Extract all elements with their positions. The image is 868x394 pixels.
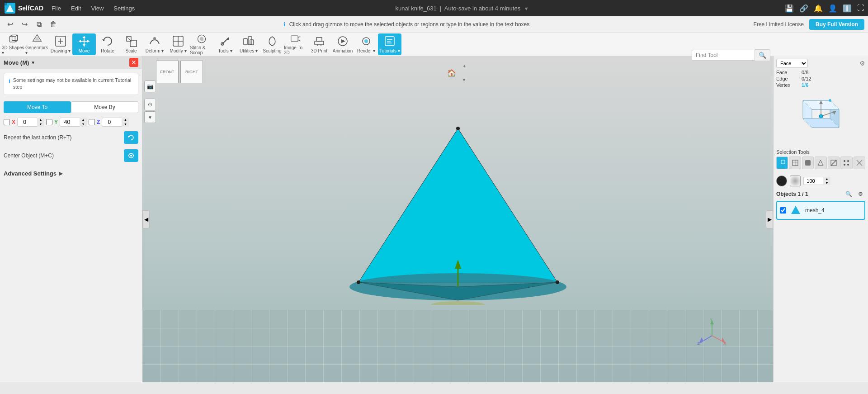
panel-collapse-right[interactable]: ▶ bbox=[766, 210, 773, 228]
y-down-button[interactable]: ▼ bbox=[80, 122, 87, 127]
copy-button[interactable]: ⧉ bbox=[33, 18, 45, 31]
viewport[interactable]: FRONT RIGHT 🏠 ✦ ▼ 📷 ⊙ ▼ bbox=[142, 56, 773, 382]
home-view-button[interactable]: 🏠 bbox=[445, 66, 458, 79]
top-nav-icon[interactable]: ✦ bbox=[458, 60, 471, 72]
tool-drawing[interactable]: Drawing ▾ bbox=[49, 33, 72, 55]
buy-button[interactable]: Buy Full Version bbox=[809, 19, 864, 30]
move-to-tab[interactable]: Move To bbox=[4, 101, 71, 113]
redo-button[interactable]: ↪ bbox=[18, 18, 31, 31]
nav-down-vp-button[interactable]: ▼ bbox=[144, 111, 156, 123]
orientation-cube[interactable] bbox=[789, 91, 853, 146]
x-checkbox[interactable] bbox=[4, 119, 10, 125]
front-view-face[interactable]: FRONT bbox=[156, 61, 179, 83]
sel-solid-btn[interactable] bbox=[802, 157, 814, 169]
x-down-button[interactable]: ▼ bbox=[37, 122, 44, 127]
panel-close-button[interactable]: ✕ bbox=[129, 58, 138, 67]
scale-label: Scale bbox=[125, 48, 137, 53]
tool-modify[interactable]: Modify ▾ bbox=[166, 33, 190, 55]
object-visible-checkbox[interactable] bbox=[780, 207, 786, 214]
svg-marker-90 bbox=[818, 160, 823, 166]
bell-icon[interactable]: 🔔 bbox=[814, 4, 823, 13]
move-tabs: Move To Move By bbox=[4, 101, 138, 113]
sel-mesh-btn[interactable] bbox=[789, 157, 801, 169]
opacity-down-button[interactable]: ▼ bbox=[823, 181, 830, 185]
tool-tools[interactable]: Tools ▾ bbox=[213, 33, 237, 55]
find-tool-search-button[interactable]: 🔍 bbox=[755, 49, 770, 61]
z-up-button[interactable]: ▲ bbox=[122, 118, 129, 122]
sel-none-btn[interactable] bbox=[854, 157, 865, 169]
app-logo[interactable]: SelfCAD bbox=[4, 2, 43, 14]
objects-title: Objects 1 / 1 bbox=[776, 191, 808, 197]
sel-face-btn[interactable] bbox=[815, 157, 826, 169]
sculpting-label: Sculpting bbox=[263, 48, 281, 53]
y-checkbox[interactable] bbox=[46, 119, 52, 125]
face-select[interactable]: Face Edge Vertex bbox=[776, 59, 808, 68]
stitch-label: Stitch & Scoop bbox=[190, 45, 213, 55]
svg-line-35 bbox=[298, 39, 300, 41]
tool-scale[interactable]: Scale bbox=[119, 33, 143, 55]
y-up-button[interactable]: ▲ bbox=[80, 118, 87, 122]
opacity-up-button[interactable]: ▲ bbox=[823, 177, 830, 181]
color-swatch[interactable] bbox=[776, 176, 787, 186]
z-down-button[interactable]: ▼ bbox=[122, 122, 129, 127]
advanced-settings-toggle[interactable]: Advanced Settings ▶ bbox=[4, 170, 138, 177]
deform-label: Deform ▾ bbox=[146, 48, 164, 53]
tool-tutorials[interactable]: Tutorials ▾ bbox=[378, 33, 401, 55]
search-objects-button[interactable]: 🔍 bbox=[844, 189, 854, 199]
move-by-tab[interactable]: Move By bbox=[71, 101, 138, 113]
find-tool-container: 🔍 bbox=[692, 49, 770, 61]
tool-3dprint[interactable]: 3D Print bbox=[307, 33, 331, 55]
tool-generators[interactable]: Generators ▾ bbox=[25, 33, 49, 55]
menu-view[interactable]: View bbox=[86, 3, 108, 14]
image3d-label: Image To 3D bbox=[284, 45, 307, 55]
settings-gear-icon[interactable]: ⚙ bbox=[859, 60, 865, 67]
center-button[interactable] bbox=[124, 149, 138, 162]
stitch-icon bbox=[195, 33, 208, 44]
face-label: Face bbox=[776, 70, 799, 75]
animation-label: Animation bbox=[333, 48, 353, 53]
repeat-button[interactable] bbox=[124, 131, 138, 144]
object-list-item[interactable]: mesh_4 bbox=[776, 201, 865, 220]
svg-point-28 bbox=[200, 37, 204, 41]
menu-edit[interactable]: Edit bbox=[66, 3, 85, 14]
x-up-button[interactable]: ▲ bbox=[37, 118, 44, 122]
tool-animation[interactable]: Animation bbox=[331, 33, 354, 55]
menu-file[interactable]: File bbox=[47, 3, 66, 14]
tool-3dshapes[interactable]: 3D Shapes ▾ bbox=[2, 33, 25, 55]
user-icon[interactable]: 👤 bbox=[828, 4, 837, 13]
panel-dropdown-icon[interactable]: ▼ bbox=[31, 60, 35, 65]
info-circle-icon[interactable]: ℹ️ bbox=[843, 4, 852, 13]
sel-edge-btn[interactable] bbox=[828, 157, 840, 169]
delete-button[interactable]: 🗑 bbox=[47, 18, 60, 31]
camera-button[interactable]: 📷 bbox=[144, 81, 156, 92]
autosave-arrow[interactable]: ▼ bbox=[524, 6, 529, 11]
share-icon[interactable]: 🔗 bbox=[799, 4, 808, 13]
tool-sculpting[interactable]: Sculpting bbox=[260, 33, 284, 55]
scale-icon bbox=[125, 35, 137, 47]
menu-settings[interactable]: Settings bbox=[109, 3, 139, 14]
advanced-arrow-icon: ▶ bbox=[59, 171, 63, 176]
tool-utilities[interactable]: Utilities ▾ bbox=[237, 33, 260, 55]
sel-vertex-btn[interactable] bbox=[840, 157, 852, 169]
edge-count: 0/12 bbox=[802, 76, 811, 81]
orbit-button[interactable]: ⊙ bbox=[144, 99, 156, 110]
tool-stitch[interactable]: Stitch & Scoop bbox=[190, 33, 213, 55]
tool-image3d[interactable]: Image To 3D bbox=[284, 33, 307, 55]
find-tool-input[interactable] bbox=[692, 50, 755, 61]
z-checkbox[interactable] bbox=[89, 119, 95, 125]
nav-down-icon[interactable]: ▼ bbox=[458, 73, 471, 86]
tool-rotate[interactable]: Rotate bbox=[96, 33, 119, 55]
tool-deform[interactable]: Deform ▾ bbox=[143, 33, 166, 55]
fullscreen-icon[interactable]: ⛶ bbox=[857, 4, 864, 12]
edge-row: Edge 0/12 bbox=[776, 76, 865, 81]
objects-settings-button[interactable]: ⚙ bbox=[855, 189, 865, 199]
undo-button[interactable]: ↩ bbox=[4, 18, 16, 31]
sel-cube-btn[interactable] bbox=[776, 157, 788, 169]
save-icon[interactable]: 💾 bbox=[785, 4, 794, 13]
tool-move[interactable]: Move bbox=[72, 33, 96, 55]
opacity-icon[interactable] bbox=[790, 176, 801, 186]
tool-render[interactable]: Render ▾ bbox=[354, 33, 378, 55]
3dshapes-icon bbox=[7, 33, 20, 44]
right-view-face[interactable]: RIGHT bbox=[180, 61, 203, 83]
panel-collapse-left[interactable]: ◀ bbox=[142, 210, 150, 228]
